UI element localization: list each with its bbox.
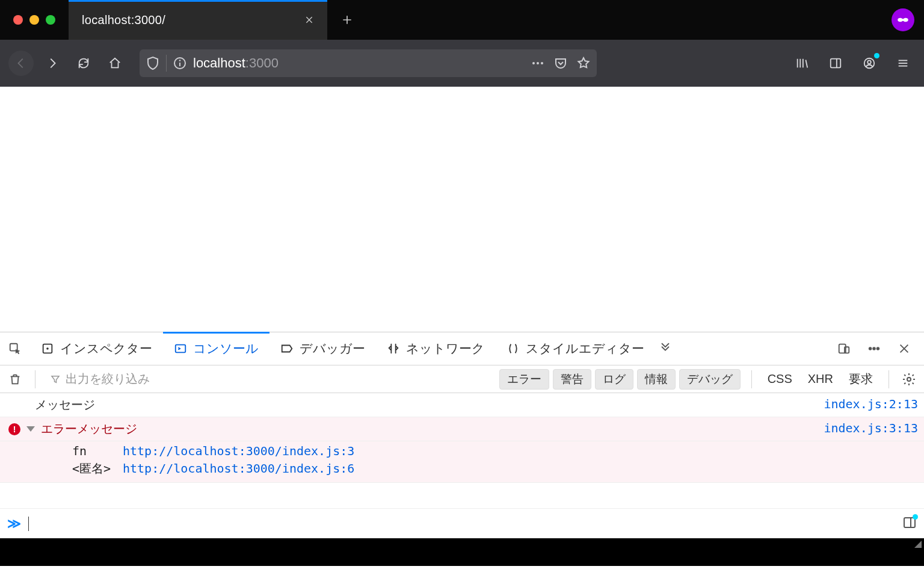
disclosure-triangle-icon[interactable]	[26, 426, 35, 432]
close-tab-button[interactable]	[302, 13, 316, 27]
console-level-chips: エラー 警告 ログ 情報 デバッグ	[499, 369, 741, 390]
tab-inspector-label: インスペクター	[60, 340, 152, 357]
filter-xhr[interactable]: XHR	[803, 372, 838, 386]
resize-grip-icon[interactable]	[914, 541, 922, 548]
devtools-close-button[interactable]	[894, 338, 914, 359]
window-maximize-button[interactable]	[46, 15, 55, 25]
bookmark-star-icon[interactable]	[576, 56, 591, 70]
tab-network[interactable]: ネットワーク	[376, 332, 496, 365]
console-settings-button[interactable]	[900, 370, 918, 388]
svg-point-2	[179, 60, 181, 61]
clear-console-button[interactable]	[6, 370, 24, 388]
chip-debug[interactable]: デバッグ	[679, 369, 741, 390]
stack-fn-name: fn	[72, 443, 114, 460]
tab-console-label: コンソール	[193, 340, 259, 357]
url-text[interactable]: localhost:3000	[193, 55, 525, 71]
window-controls	[0, 0, 69, 40]
tab-console[interactable]: コンソール	[163, 332, 270, 365]
tab-style-editor-label: スタイルエディター	[526, 340, 644, 357]
chip-warn[interactable]: 警告	[553, 369, 591, 390]
tab-style-editor[interactable]: スタイルエディター	[496, 332, 655, 365]
responsive-design-button[interactable]	[834, 338, 854, 359]
site-info-icon[interactable]	[173, 56, 187, 70]
log-source-link[interactable]: index.js:2:13	[818, 397, 918, 411]
console-filter[interactable]	[46, 372, 493, 386]
tab-debugger-label: デバッガー	[300, 340, 365, 357]
svg-point-20	[873, 347, 875, 350]
pocket-icon[interactable]	[553, 56, 568, 70]
svg-point-3	[532, 62, 535, 64]
console-toolbar: エラー 警告 ログ 情報 デバッグ CSS XHR 要求	[0, 365, 924, 393]
nav-reload-button[interactable]	[71, 51, 96, 76]
error-source-link[interactable]: index.js:3:13	[818, 421, 918, 435]
funnel-icon	[50, 374, 61, 385]
tab-title: localhost:3000/	[82, 13, 165, 27]
notification-dot-icon	[913, 514, 918, 520]
more-tools-button[interactable]	[655, 338, 676, 359]
window-minimize-button[interactable]	[29, 15, 39, 25]
stack-fn-name: <匿名>	[72, 460, 114, 477]
log-message-text: メッセージ	[35, 397, 95, 413]
library-button[interactable]	[789, 51, 815, 76]
console-input-row[interactable]: ≫	[0, 508, 924, 538]
svg-point-9	[867, 60, 871, 64]
split-console-button[interactable]	[902, 515, 917, 532]
nav-home-button[interactable]	[102, 51, 128, 76]
svg-point-5	[541, 62, 543, 64]
svg-point-19	[869, 347, 872, 350]
text-caret	[28, 517, 29, 531]
error-stack-trace: fn http://localhost:3000/index.js:3 <匿名>…	[0, 441, 924, 482]
svg-point-4	[537, 62, 539, 64]
stack-frame: <匿名> http://localhost:3000/index.js:6	[72, 460, 918, 477]
element-picker-button[interactable]	[5, 338, 25, 359]
url-host: localhost	[193, 55, 245, 71]
url-port: :3000	[245, 55, 279, 71]
filter-css[interactable]: CSS	[763, 372, 797, 386]
tracking-protection-icon[interactable]	[146, 56, 160, 70]
navigation-toolbar: localhost:3000	[0, 40, 924, 87]
chip-info[interactable]: 情報	[637, 369, 676, 390]
nav-forward-button[interactable]	[40, 51, 65, 76]
tab-inspector[interactable]: インスペクター	[30, 332, 163, 365]
tab-debugger[interactable]: デバッガー	[270, 332, 376, 365]
error-icon: !	[8, 423, 20, 435]
page-actions-button[interactable]	[531, 56, 545, 70]
app-menu-button[interactable]	[890, 51, 916, 76]
url-bar[interactable]: localhost:3000	[140, 49, 597, 77]
console-error-row[interactable]: ! エラーメッセージ index.js:3:13	[0, 417, 924, 441]
os-bottom-bar	[0, 538, 924, 566]
stack-link[interactable]: http://localhost:3000/index.js:3	[123, 443, 354, 460]
devtools-panel: インスペクター コンソール デバッガー ネットワーク スタイルエディター	[0, 332, 924, 538]
console-filter-input[interactable]	[66, 372, 490, 386]
tab-network-label: ネットワーク	[406, 340, 485, 357]
devtools-tabs: インスペクター コンソール デバッガー ネットワーク スタイルエディター	[0, 332, 924, 365]
prompt-icon: ≫	[7, 516, 21, 532]
stack-link[interactable]: http://localhost:3000/index.js:6	[123, 460, 354, 477]
notification-dot-icon	[874, 53, 879, 58]
window-close-button[interactable]	[13, 15, 23, 25]
new-tab-button[interactable]	[327, 0, 367, 40]
titlebar: localhost:3000/	[0, 0, 924, 40]
devtools-menu-button[interactable]	[864, 338, 884, 359]
sidebar-toggle-button[interactable]	[823, 51, 848, 76]
nav-back-button[interactable]	[8, 51, 34, 76]
error-message-text: エラーメッセージ	[41, 421, 137, 437]
chip-error[interactable]: エラー	[499, 369, 549, 390]
svg-point-15	[46, 347, 49, 350]
svg-point-22	[907, 378, 911, 381]
svg-point-21	[877, 347, 879, 350]
account-button[interactable]	[857, 51, 882, 76]
svg-rect-6	[831, 59, 841, 68]
stack-frame: fn http://localhost:3000/index.js:3	[72, 443, 918, 460]
browser-tab[interactable]: localhost:3000/	[69, 0, 327, 40]
filter-requests[interactable]: 要求	[844, 371, 878, 387]
console-log-row[interactable]: メッセージ index.js:2:13	[0, 393, 924, 417]
private-browsing-badge	[892, 0, 924, 40]
console-messages: メッセージ index.js:2:13 ! エラーメッセージ index.js:…	[0, 393, 924, 508]
chip-log[interactable]: ログ	[595, 369, 633, 390]
page-content	[0, 87, 924, 332]
